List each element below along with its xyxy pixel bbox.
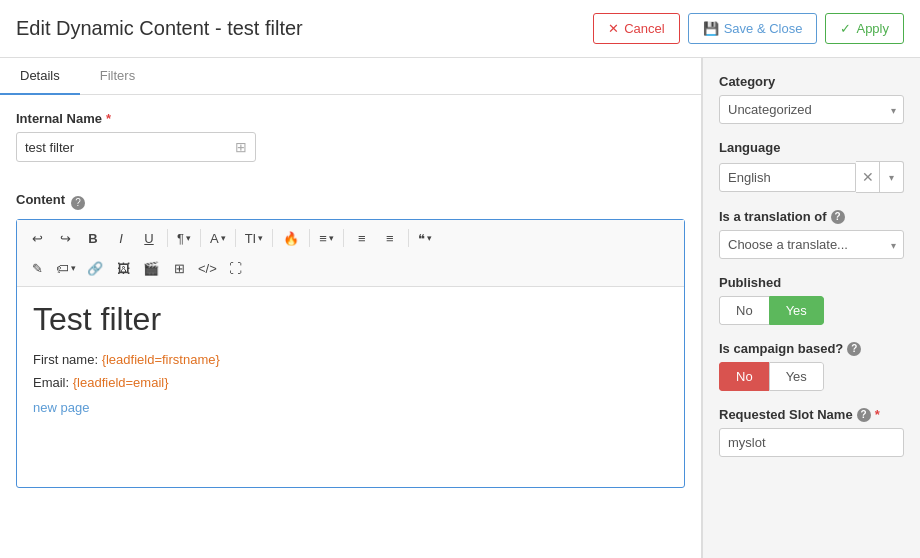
category-field: Category Uncategorized ▾ bbox=[719, 74, 904, 124]
slot-name-field: Requested Slot Name ? * bbox=[719, 407, 904, 457]
italic-button[interactable]: I bbox=[109, 226, 133, 250]
category-label: Category bbox=[719, 74, 904, 89]
published-field: Published No Yes bbox=[719, 275, 904, 325]
form-section: Internal Name * ⊞ bbox=[0, 95, 701, 162]
video-button[interactable]: 🎬 bbox=[139, 256, 163, 280]
slot-name-label: Requested Slot Name ? * bbox=[719, 407, 904, 422]
language-label: Language bbox=[719, 140, 904, 155]
content-label-row: Content ? bbox=[16, 192, 685, 213]
firstname-prefix: First name: bbox=[33, 352, 102, 367]
toolbar-row-1: ↩ ↪ B I U ¶▾ A▾ TI▾ 🔥 ≡▾ ≡ bbox=[25, 226, 676, 250]
redo-button[interactable]: ↪ bbox=[53, 226, 77, 250]
header-actions: ✕ Cancel 💾 Save & Close ✓ Apply bbox=[593, 13, 904, 44]
sep6 bbox=[343, 229, 344, 247]
internal-name-input[interactable] bbox=[25, 140, 235, 155]
language-field: Language English ✕ ▾ bbox=[719, 140, 904, 193]
left-panel: Details Filters Internal Name * ⊞ Conten… bbox=[0, 58, 702, 558]
tag-dropdown[interactable]: 🏷▾ bbox=[53, 256, 79, 280]
published-toggle: No Yes bbox=[719, 296, 824, 325]
published-no-button[interactable]: No bbox=[719, 296, 769, 325]
translation-select-wrapper: Choose a translate... ▾ bbox=[719, 230, 904, 259]
font-size-dropdown[interactable]: TI▾ bbox=[242, 226, 267, 250]
campaign-field: Is campaign based? ? No Yes bbox=[719, 341, 904, 391]
slot-required-star: * bbox=[875, 407, 880, 422]
language-select[interactable]: English bbox=[719, 163, 856, 192]
campaign-label: Is campaign based? ? bbox=[719, 341, 904, 356]
font-color-dropdown[interactable]: A▾ bbox=[207, 226, 229, 250]
translation-label: Is a translation of ? bbox=[719, 209, 904, 224]
save-close-button[interactable]: 💾 Save & Close bbox=[688, 13, 818, 44]
translation-select[interactable]: Choose a translate... bbox=[719, 230, 904, 259]
language-clear-icon[interactable]: ✕ bbox=[856, 161, 880, 193]
table-button[interactable]: ⊞ bbox=[167, 256, 191, 280]
fullscreen-button[interactable]: ⛶ bbox=[224, 256, 248, 280]
email-token: {leadfield=email} bbox=[73, 375, 169, 390]
ordered-list-button[interactable]: ≡ bbox=[350, 226, 374, 250]
blockquote-dropdown[interactable]: ❝▾ bbox=[415, 226, 435, 250]
link-button[interactable]: 🔗 bbox=[83, 256, 107, 280]
campaign-no-button[interactable]: No bbox=[719, 362, 769, 391]
page-title: Edit Dynamic Content - test filter bbox=[16, 17, 303, 40]
save-icon: 💾 bbox=[703, 21, 719, 36]
underline-button[interactable]: U bbox=[137, 226, 161, 250]
sep4 bbox=[272, 229, 273, 247]
tab-details[interactable]: Details bbox=[0, 58, 80, 95]
slot-name-input[interactable] bbox=[719, 428, 904, 457]
translation-help-icon[interactable]: ? bbox=[831, 210, 845, 224]
bold-button[interactable]: B bbox=[81, 226, 105, 250]
paragraph-dropdown[interactable]: ¶▾ bbox=[174, 226, 194, 250]
sep2 bbox=[200, 229, 201, 247]
published-yes-button[interactable]: Yes bbox=[769, 296, 824, 325]
align-dropdown[interactable]: ≡▾ bbox=[316, 226, 337, 250]
content-line-1: First name: {leadfield=firstname} bbox=[33, 352, 668, 367]
right-panel: Category Uncategorized ▾ Language Englis… bbox=[702, 58, 920, 558]
campaign-help-icon[interactable]: ? bbox=[847, 342, 861, 356]
translation-field: Is a translation of ? Choose a translate… bbox=[719, 209, 904, 259]
sep7 bbox=[408, 229, 409, 247]
email-prefix: Email: bbox=[33, 375, 73, 390]
campaign-toggle: No Yes bbox=[719, 362, 824, 391]
tab-filters[interactable]: Filters bbox=[80, 58, 155, 95]
language-chevron-icon[interactable]: ▾ bbox=[880, 161, 904, 193]
content-help-icon[interactable]: ? bbox=[71, 196, 85, 210]
header: Edit Dynamic Content - test filter ✕ Can… bbox=[0, 0, 920, 58]
new-page-link[interactable]: new page bbox=[33, 400, 668, 415]
apply-button[interactable]: ✓ Apply bbox=[825, 13, 904, 44]
cancel-icon: ✕ bbox=[608, 21, 619, 36]
published-label: Published bbox=[719, 275, 904, 290]
language-select-wrapper: English ✕ ▾ bbox=[719, 161, 904, 193]
required-star: * bbox=[106, 111, 111, 126]
editor-wrapper: ↩ ↪ B I U ¶▾ A▾ TI▾ 🔥 ≡▾ ≡ bbox=[16, 219, 685, 488]
content-line-2: Email: {leadfield=email} bbox=[33, 375, 668, 390]
internal-name-input-wrapper: ⊞ bbox=[16, 132, 256, 162]
cancel-button[interactable]: ✕ Cancel bbox=[593, 13, 679, 44]
input-icon: ⊞ bbox=[235, 139, 247, 155]
category-select[interactable]: Uncategorized bbox=[719, 95, 904, 124]
campaign-yes-button[interactable]: Yes bbox=[769, 362, 824, 391]
firstname-token: {leadfield=firstname} bbox=[102, 352, 220, 367]
check-icon: ✓ bbox=[840, 21, 851, 36]
content-section: Content ? bbox=[0, 162, 701, 213]
editor-content[interactable]: Test filter First name: {leadfield=first… bbox=[17, 287, 684, 487]
toolbar-row-2: ✎ 🏷▾ 🔗 🖼 🎬 ⊞ </> ⛶ bbox=[25, 256, 676, 280]
pen-button[interactable]: ✎ bbox=[25, 256, 49, 280]
slot-help-icon[interactable]: ? bbox=[857, 408, 871, 422]
unordered-list-button[interactable]: ≡ bbox=[378, 226, 402, 250]
sep3 bbox=[235, 229, 236, 247]
sep1 bbox=[167, 229, 168, 247]
format-button[interactable]: 🔥 bbox=[279, 226, 303, 250]
content-label: Content bbox=[16, 192, 65, 207]
editor-toolbar: ↩ ↪ B I U ¶▾ A▾ TI▾ 🔥 ≡▾ ≡ bbox=[17, 220, 684, 287]
undo-button[interactable]: ↩ bbox=[25, 226, 49, 250]
content-heading: Test filter bbox=[33, 301, 668, 338]
code-button[interactable]: </> bbox=[195, 256, 220, 280]
tabs: Details Filters bbox=[0, 58, 701, 95]
main-layout: Details Filters Internal Name * ⊞ Conten… bbox=[0, 58, 920, 558]
image-button[interactable]: 🖼 bbox=[111, 256, 135, 280]
internal-name-label: Internal Name * bbox=[16, 111, 685, 126]
category-select-wrapper: Uncategorized ▾ bbox=[719, 95, 904, 124]
sep5 bbox=[309, 229, 310, 247]
